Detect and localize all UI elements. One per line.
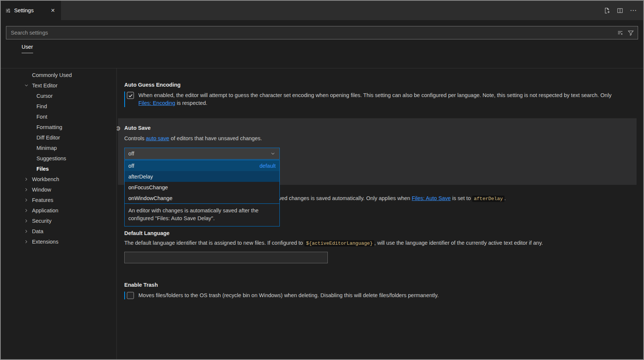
filter-settings-icon[interactable]: [628, 30, 634, 36]
chevron-right-icon: [24, 176, 32, 182]
chevron-down-icon: [270, 151, 276, 157]
chevron-right-icon: [24, 208, 32, 213]
auto-save-select[interactable]: off off default afterDelay: [124, 148, 280, 160]
setting-description: Controls auto save of editors that have …: [124, 135, 608, 142]
setting-title: Default Language: [124, 229, 637, 237]
afterdelay-code: afterDelay: [472, 196, 504, 202]
option-description: An editor with changes is automatically …: [125, 203, 279, 226]
settings-search-bar: [6, 26, 638, 39]
chevron-down-icon: [24, 83, 32, 89]
toc-item-commonly-used[interactable]: Commonly Used: [1, 70, 116, 80]
search-actions: [617, 30, 634, 36]
scope-tab-row: User: [22, 44, 643, 53]
tab-user-scope[interactable]: User: [22, 44, 33, 53]
toc-item-text-editor[interactable]: Text Editor: [1, 80, 116, 91]
modified-indicator: [124, 292, 125, 299]
option-afterdelay[interactable]: afterDelay: [125, 171, 279, 182]
toc-item-files[interactable]: Files: [1, 164, 116, 174]
toc-item-security[interactable]: Security: [1, 216, 116, 226]
option-onfocuschange[interactable]: onFocusChange: [125, 182, 279, 193]
setting-title: Auto Guess Encoding: [124, 81, 637, 89]
option-onwindowchange[interactable]: onWindowChange: [125, 193, 279, 203]
toc-item-formatting[interactable]: Formatting: [1, 122, 116, 132]
setting-title: Auto Save: [124, 124, 637, 132]
toc-item-features[interactable]: Features: [1, 195, 116, 205]
toc-item-font[interactable]: Font: [1, 112, 116, 122]
setting-default-language: Default Language The default language id…: [124, 229, 637, 263]
setting-title: Enable Trash: [124, 281, 637, 289]
toc-item-workbench[interactable]: Workbench: [1, 174, 116, 184]
settings-list: Auto Guess Encoding When enabled, the ed…: [117, 68, 643, 359]
toc-item-find[interactable]: Find: [1, 101, 116, 112]
toc-item-data[interactable]: Data: [1, 226, 116, 237]
setting-enable-trash: Enable Trash Moves files/folders to the …: [124, 281, 637, 299]
editor-tab-bar: Settings ✕ ⋯: [1, 1, 643, 20]
toc-item-application[interactable]: Application: [1, 205, 116, 216]
editor-actions: ⋯: [604, 1, 643, 20]
toc-item-suggestions[interactable]: Suggestions: [1, 153, 116, 164]
settings-editor-icon: [5, 8, 11, 13]
search-input[interactable]: [10, 29, 617, 36]
chevron-right-icon: [24, 218, 32, 224]
toc-item-diff-editor[interactable]: Diff Editor: [1, 132, 116, 143]
default-language-input[interactable]: [124, 252, 328, 263]
auto-guess-encoding-checkbox[interactable]: [127, 92, 134, 99]
toc-item-minimap[interactable]: Minimap: [1, 143, 116, 153]
toc-item-window[interactable]: Window: [1, 184, 116, 195]
modified-indicator: [124, 91, 125, 107]
files-encoding-link[interactable]: Files: Encoding: [138, 100, 175, 106]
enable-trash-checkbox[interactable]: [127, 292, 134, 299]
toc-item-cursor[interactable]: Cursor: [1, 91, 116, 101]
setting-description: Moves files/folders to the OS trash (rec…: [138, 292, 439, 299]
select-value: off: [128, 151, 134, 157]
tab-title: Settings: [14, 7, 33, 13]
settings-body: Commonly Used Text Editor Cursor Find Fo…: [1, 68, 643, 359]
setting-auto-save: ⚙ Auto Save Controls auto save of editor…: [118, 118, 637, 185]
setting-description: When enabled, the editor will attempt to…: [138, 91, 622, 107]
option-off[interactable]: off default: [125, 160, 279, 171]
chevron-right-icon: [24, 187, 32, 193]
open-settings-json-icon[interactable]: [604, 7, 610, 14]
tab-settings[interactable]: Settings ✕: [1, 1, 61, 20]
split-editor-icon[interactable]: [617, 7, 623, 14]
toc-item-extensions[interactable]: Extensions: [1, 237, 116, 247]
more-actions-icon[interactable]: ⋯: [630, 9, 637, 12]
clear-search-results-icon[interactable]: [617, 30, 623, 36]
close-icon[interactable]: ✕: [49, 7, 57, 14]
setting-description: The default language identifier that is …: [124, 239, 608, 247]
chevron-right-icon: [24, 228, 32, 234]
vscode-settings-window: Settings ✕ ⋯ User: [0, 0, 644, 360]
files-auto-save-link[interactable]: Files: Auto Save: [412, 195, 451, 201]
active-editor-language-code: ${activeEditorLanguage}: [304, 240, 374, 247]
chevron-right-icon: [24, 197, 32, 203]
chevron-none: [24, 72, 32, 78]
setting-auto-guess-encoding: Auto Guess Encoding When enabled, the ed…: [124, 81, 637, 107]
gear-icon[interactable]: ⚙: [117, 125, 121, 132]
auto-save-dropdown: off default afterDelay onFocusChange onW…: [124, 160, 280, 226]
chevron-right-icon: [24, 239, 32, 245]
settings-toc: Commonly Used Text Editor Cursor Find Fo…: [1, 68, 117, 359]
default-badge: default: [259, 163, 276, 169]
auto-save-link[interactable]: auto save: [146, 135, 169, 141]
